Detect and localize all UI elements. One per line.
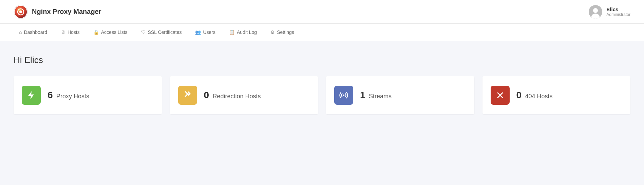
hosts-icon: 🖥: [61, 29, 65, 35]
main-content: Hi Elics 6 Proxy Hosts: [0, 41, 644, 128]
user-info: Elics Administrator: [606, 6, 630, 17]
redirection-hosts-icon-box: [178, 86, 197, 105]
nav-label-access-lists: Access Lists: [101, 29, 128, 35]
nav-item-hosts[interactable]: 🖥 Hosts: [55, 25, 85, 40]
greeting: Hi Elics: [14, 55, 630, 65]
404-hosts-text: 0 404 Hosts: [516, 90, 553, 101]
proxy-hosts-count: 6: [48, 90, 53, 100]
nav-item-settings[interactable]: ⚙ Settings: [265, 25, 300, 40]
header: Nginx Proxy Manager Elics Administrator: [0, 0, 644, 24]
streams-count: 1: [360, 90, 365, 100]
svg-point-5: [593, 8, 598, 13]
settings-icon: ⚙: [270, 29, 275, 35]
svg-point-7: [343, 95, 345, 96]
404-hosts-label: 404 Hosts: [525, 93, 553, 100]
ssl-icon: 🛡: [141, 29, 146, 35]
cards-row: 6 Proxy Hosts 0 Redirection Hosts: [14, 76, 630, 114]
redirection-hosts-text: 0 Redirection Hosts: [204, 90, 261, 101]
nav-label-settings: Settings: [277, 29, 294, 35]
nav-label-ssl: SSL Certificates: [148, 29, 182, 35]
404-hosts-card[interactable]: 0 404 Hosts: [482, 76, 631, 114]
404-hosts-icon-box: [491, 86, 510, 105]
streams-icon-box: [334, 86, 353, 105]
proxy-hosts-text: 6 Proxy Hosts: [48, 90, 89, 101]
nav-item-ssl[interactable]: 🛡 SSL Certificates: [136, 25, 187, 40]
404-hosts-icon: [495, 90, 505, 100]
redirection-hosts-icon: [183, 90, 192, 100]
nav-item-access-lists[interactable]: 🔒 Access Lists: [88, 25, 133, 40]
streams-card[interactable]: 1 Streams: [326, 76, 474, 114]
access-lists-icon: 🔒: [93, 29, 99, 35]
streams-label: Streams: [369, 93, 392, 100]
avatar: [589, 5, 602, 19]
nav-label-hosts: Hosts: [68, 29, 80, 35]
proxy-hosts-icon-box: [22, 86, 41, 105]
header-right: Elics Administrator: [589, 5, 630, 19]
redirection-hosts-label: Redirection Hosts: [213, 93, 261, 100]
nav-item-users[interactable]: 👥 Users: [190, 25, 221, 40]
nav-label-audit-log: Audit Log: [237, 29, 257, 35]
user-role: Administrator: [606, 12, 630, 17]
nav-label-users: Users: [203, 29, 215, 35]
app-title: Nginx Proxy Manager: [32, 8, 101, 16]
users-icon: 👥: [195, 29, 201, 35]
proxy-hosts-icon: [26, 90, 36, 100]
404-hosts-count: 0: [516, 90, 522, 100]
header-left: Nginx Proxy Manager: [14, 5, 101, 19]
redirection-hosts-card[interactable]: 0 Redirection Hosts: [170, 76, 318, 114]
streams-text: 1 Streams: [360, 90, 392, 101]
svg-point-3: [19, 11, 22, 13]
nav-item-dashboard[interactable]: ⌂ Dashboard: [14, 25, 53, 40]
logo-icon: [14, 5, 28, 19]
dashboard-icon: ⌂: [19, 29, 22, 35]
proxy-hosts-card[interactable]: 6 Proxy Hosts: [14, 76, 162, 114]
nav-label-dashboard: Dashboard: [24, 29, 47, 35]
redirection-hosts-count: 0: [204, 90, 209, 100]
proxy-hosts-label: Proxy Hosts: [56, 93, 89, 100]
nav: ⌂ Dashboard 🖥 Hosts 🔒 Access Lists 🛡 SSL…: [0, 24, 644, 41]
streams-icon: [339, 90, 348, 100]
user-name: Elics: [606, 6, 630, 12]
nav-item-audit-log[interactable]: 📋 Audit Log: [224, 25, 262, 40]
audit-log-icon: 📋: [229, 29, 235, 35]
